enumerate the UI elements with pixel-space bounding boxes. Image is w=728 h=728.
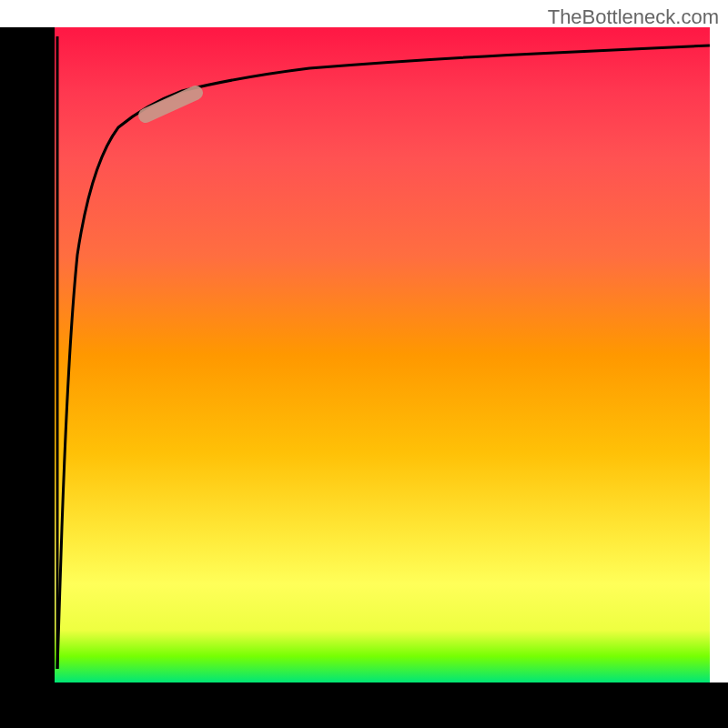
watermark-text: TheBottleneck.com <box>548 5 719 29</box>
y-axis <box>0 27 55 682</box>
x-axis <box>0 682 728 728</box>
highlight-segment <box>146 93 196 116</box>
chart-container: TheBottleneck.com <box>0 0 728 728</box>
curve-main <box>57 46 710 669</box>
plot-area <box>55 27 710 682</box>
curve-svg <box>55 27 710 682</box>
